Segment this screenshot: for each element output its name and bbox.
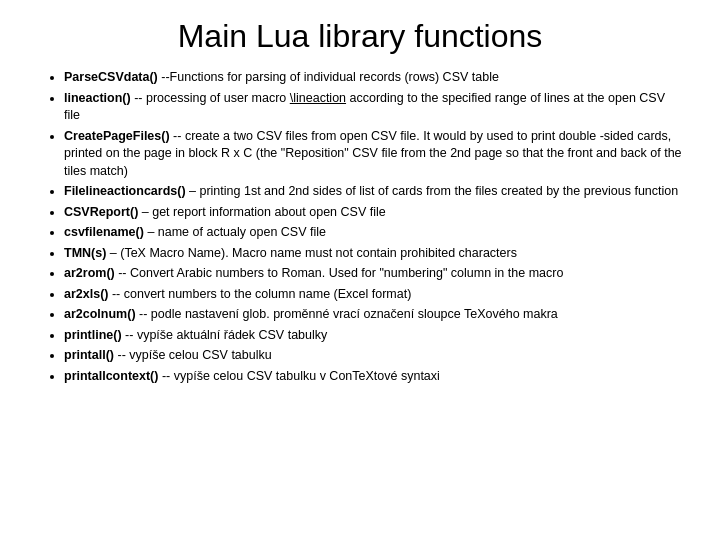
function-underline: \lineaction <box>290 91 346 105</box>
function-name: printall() <box>64 348 114 362</box>
list-item: printall() -- vypíše celou CSV tabulku <box>64 347 684 365</box>
function-name: printline() <box>64 328 122 342</box>
list-item: CreatePageFiles() -- create a two CSV fi… <box>64 128 684 181</box>
function-name: Filelineactioncards() <box>64 184 186 198</box>
function-name: ParseCSVdata() <box>64 70 158 84</box>
list-item: printallcontext() -- vypíše celou CSV ta… <box>64 368 684 386</box>
function-name: TMN(s) <box>64 246 106 260</box>
list-item: lineaction() -- processing of user macro… <box>64 90 684 125</box>
function-desc: -- vypíše aktuální řádek CSV tabulky <box>122 328 328 342</box>
function-name: printallcontext() <box>64 369 158 383</box>
list-item: ar2xls() -- convert numbers to the colum… <box>64 286 684 304</box>
function-desc: – get report information about open CSV … <box>138 205 385 219</box>
function-desc: -- Convert Arabic numbers to Roman. Used… <box>115 266 564 280</box>
list-item: CSVReport() – get report information abo… <box>64 204 684 222</box>
list-item: Filelineactioncards() – printing 1st and… <box>64 183 684 201</box>
list-item: ar2rom() -- Convert Arabic numbers to Ro… <box>64 265 684 283</box>
function-desc: – name of actualy open CSV file <box>144 225 326 239</box>
function-desc: -- podle nastavení glob. proměnné vrací … <box>136 307 558 321</box>
function-desc-prefix: -- processing of user macro <box>131 91 290 105</box>
list-item: csvfilename() – name of actualy open CSV… <box>64 224 684 242</box>
list-item: ParseCSVdata() --Functions for parsing o… <box>64 69 684 87</box>
function-name: CreatePageFiles() <box>64 129 170 143</box>
function-desc: – (TeX Macro Name). Macro name must not … <box>106 246 517 260</box>
function-desc: -- convert numbers to the column name (E… <box>108 287 411 301</box>
function-name: ar2xls() <box>64 287 108 301</box>
list-item: ar2colnum() -- podle nastavení glob. pro… <box>64 306 684 324</box>
page: Main Lua library functions ParseCSVdata(… <box>0 0 720 540</box>
list-item: printline() -- vypíše aktuální řádek CSV… <box>64 327 684 345</box>
function-desc: – printing 1st and 2nd sides of list of … <box>186 184 679 198</box>
list-item: TMN(s) – (TeX Macro Name). Macro name mu… <box>64 245 684 263</box>
function-desc: --Functions for parsing of individual re… <box>158 70 499 84</box>
function-desc: -- vypíše celou CSV tabulku v ConTeXtové… <box>158 369 439 383</box>
function-name: csvfilename() <box>64 225 144 239</box>
function-list: ParseCSVdata() --Functions for parsing o… <box>36 69 684 385</box>
function-name: ar2rom() <box>64 266 115 280</box>
function-desc: -- vypíše celou CSV tabulku <box>114 348 272 362</box>
function-name: CSVReport() <box>64 205 138 219</box>
function-name: ar2colnum() <box>64 307 136 321</box>
function-name: lineaction() <box>64 91 131 105</box>
page-title: Main Lua library functions <box>36 18 684 55</box>
